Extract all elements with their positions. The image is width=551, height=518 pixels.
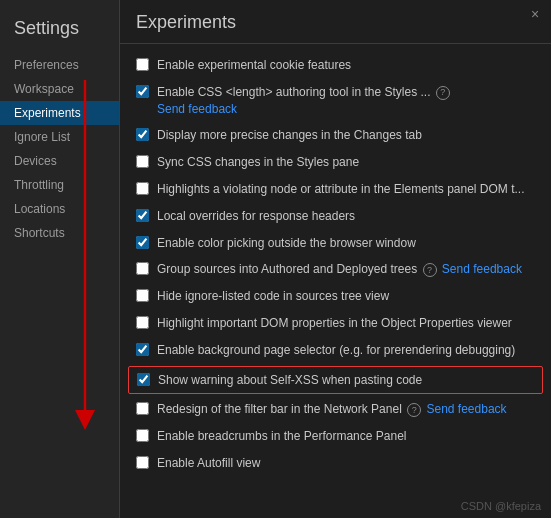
sidebar-item-devices[interactable]: Devices: [0, 149, 119, 173]
settings-sidebar: Settings PreferencesWorkspaceExperiments…: [0, 0, 120, 518]
experiment-checkbox-15[interactable]: [136, 456, 149, 469]
feedback-link-13[interactable]: Send feedback: [427, 402, 507, 416]
experiment-label-1: Enable experimental cookie features: [157, 57, 535, 74]
experiment-label-14: Enable breadcrumbs in the Performance Pa…: [157, 428, 535, 445]
experiment-checkbox-10[interactable]: [136, 316, 149, 329]
experiment-checkbox-1[interactable]: [136, 58, 149, 71]
help-icon-2[interactable]: ?: [436, 86, 450, 100]
experiment-label-11: Enable background page selector (e.g. fo…: [157, 342, 535, 359]
experiment-label-13: Redesign of the filter bar in the Networ…: [157, 401, 535, 418]
experiment-label-6: Local overrides for response headers: [157, 208, 535, 225]
experiment-label-2: Enable CSS <length> authoring tool in th…: [157, 84, 535, 118]
experiment-checkbox-13[interactable]: [136, 402, 149, 415]
experiment-label-15: Enable Autofill view: [157, 455, 535, 472]
sidebar-item-shortcuts[interactable]: Shortcuts: [0, 221, 119, 245]
feedback-link-8[interactable]: Send feedback: [442, 262, 522, 276]
experiment-item-15: Enable Autofill view: [120, 450, 551, 477]
settings-title: Settings: [0, 10, 119, 53]
experiment-checkbox-11[interactable]: [136, 343, 149, 356]
experiment-checkbox-4[interactable]: [136, 155, 149, 168]
experiment-item-1: Enable experimental cookie features: [120, 52, 551, 79]
experiment-item-4: Sync CSS changes in the Styles pane: [120, 149, 551, 176]
sidebar-item-preferences[interactable]: Preferences: [0, 53, 119, 77]
sidebar-item-experiments[interactable]: Experiments: [0, 101, 119, 125]
experiment-item-12: Show warning about Self-XSS when pasting…: [128, 366, 543, 395]
experiment-checkbox-9[interactable]: [136, 289, 149, 302]
experiment-label-8: Group sources into Authored and Deployed…: [157, 261, 535, 278]
experiment-item-3: Display more precise changes in the Chan…: [120, 122, 551, 149]
experiment-checkbox-6[interactable]: [136, 209, 149, 222]
sidebar-nav: PreferencesWorkspaceExperimentsIgnore Li…: [0, 53, 119, 245]
main-panel: Experiments Enable experimental cookie f…: [120, 0, 551, 518]
panel-title: Experiments: [120, 0, 551, 44]
experiment-checkbox-7[interactable]: [136, 236, 149, 249]
experiment-item-10: Highlight important DOM properties in th…: [120, 310, 551, 337]
experiment-item-8: Group sources into Authored and Deployed…: [120, 256, 551, 283]
experiment-item-7: Enable color picking outside the browser…: [120, 230, 551, 257]
experiment-item-6: Local overrides for response headers: [120, 203, 551, 230]
experiment-label-3: Display more precise changes in the Chan…: [157, 127, 535, 144]
sidebar-item-workspace[interactable]: Workspace: [0, 77, 119, 101]
sidebar-item-ignore-list[interactable]: Ignore List: [0, 125, 119, 149]
sidebar-item-throttling[interactable]: Throttling: [0, 173, 119, 197]
feedback-link-2[interactable]: Send feedback: [157, 102, 237, 116]
watermark: CSDN @kfepiza: [120, 496, 551, 518]
experiment-label-9: Hide ignore-listed code in sources tree …: [157, 288, 535, 305]
experiment-label-7: Enable color picking outside the browser…: [157, 235, 535, 252]
experiment-item-11: Enable background page selector (e.g. fo…: [120, 337, 551, 364]
experiment-checkbox-12[interactable]: [137, 373, 150, 386]
close-button[interactable]: ×: [525, 4, 545, 24]
experiment-label-12: Show warning about Self-XSS when pasting…: [158, 372, 534, 389]
help-icon-13[interactable]: ?: [407, 403, 421, 417]
experiment-item-14: Enable breadcrumbs in the Performance Pa…: [120, 423, 551, 450]
experiment-item-5: Highlights a violating node or attribute…: [120, 176, 551, 203]
experiment-checkbox-8[interactable]: [136, 262, 149, 275]
experiment-label-10: Highlight important DOM properties in th…: [157, 315, 535, 332]
experiment-checkbox-14[interactable]: [136, 429, 149, 442]
sidebar-item-locations[interactable]: Locations: [0, 197, 119, 221]
experiment-checkbox-5[interactable]: [136, 182, 149, 195]
help-icon-8[interactable]: ?: [423, 263, 437, 277]
experiment-label-5: Highlights a violating node or attribute…: [157, 181, 535, 198]
experiments-list[interactable]: Enable experimental cookie featuresEnabl…: [120, 44, 551, 496]
experiment-label-4: Sync CSS changes in the Styles pane: [157, 154, 535, 171]
experiment-checkbox-2[interactable]: [136, 85, 149, 98]
experiment-checkbox-3[interactable]: [136, 128, 149, 141]
experiment-item-9: Hide ignore-listed code in sources tree …: [120, 283, 551, 310]
experiment-item-2: Enable CSS <length> authoring tool in th…: [120, 79, 551, 123]
experiment-item-13: Redesign of the filter bar in the Networ…: [120, 396, 551, 423]
settings-dialog: Settings PreferencesWorkspaceExperiments…: [0, 0, 551, 518]
